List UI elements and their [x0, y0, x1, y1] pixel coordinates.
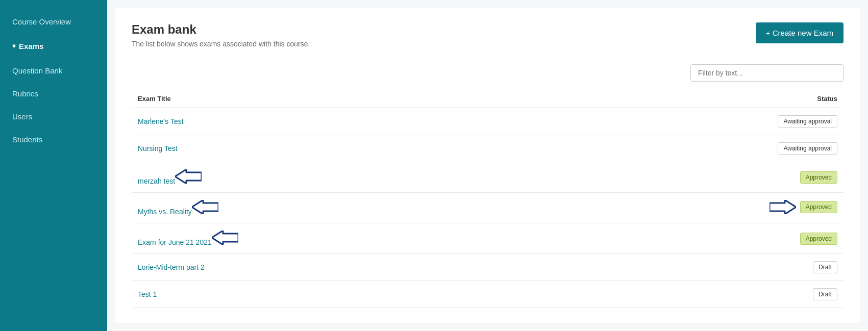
- table-row: Marlene's TestAwaiting approval: [132, 108, 844, 135]
- sidebar-item-users[interactable]: Users: [0, 105, 107, 128]
- arrow-left-icon: [175, 169, 202, 184]
- status-badge-myths-reality: Approved: [800, 201, 837, 213]
- table-header-row: Exam Title Status: [132, 90, 844, 108]
- exam-title-myths-reality[interactable]: Myths vs. Reality: [132, 193, 547, 223]
- status-badge-marlenes-test: Awaiting approval: [778, 115, 837, 128]
- exam-title-lorie-midterm[interactable]: Lorie-Mid-term part 2: [132, 254, 547, 281]
- table-row: Test 1Draft: [132, 281, 844, 308]
- exam-title-test-1[interactable]: Test 1: [132, 281, 547, 308]
- create-exam-button[interactable]: + Create new Exam: [756, 22, 844, 43]
- main-content: Exam bank The list below shows exams ass…: [107, 0, 868, 331]
- status-badge-test-1: Draft: [813, 288, 837, 300]
- svg-marker-1: [192, 200, 218, 214]
- sidebar-item-question-bank[interactable]: Question Bank: [0, 59, 107, 82]
- svg-marker-3: [212, 231, 238, 245]
- status-cell-exam-june-2021: Approved: [547, 223, 844, 254]
- col-status: Status: [547, 90, 844, 108]
- svg-marker-2: [770, 200, 796, 214]
- exam-title-merzah-test[interactable]: merzah test: [132, 162, 547, 193]
- sidebar-item-exams[interactable]: Exams: [0, 33, 107, 59]
- page-header: Exam bank The list below shows exams ass…: [132, 22, 844, 48]
- arrow-left-icon: [192, 200, 218, 214]
- exam-table: Exam Title Status Marlene's TestAwaiting…: [132, 90, 844, 308]
- status-cell-lorie-midterm: Draft: [547, 254, 844, 281]
- status-cell-nursing-test: Awaiting approval: [547, 135, 844, 162]
- table-row: Lorie-Mid-term part 2Draft: [132, 254, 844, 281]
- arrow-left-icon: [212, 231, 238, 245]
- svg-marker-0: [175, 169, 202, 184]
- exam-title-exam-june-2021[interactable]: Exam for June 21 2021: [132, 223, 547, 254]
- table-row: Myths vs. Reality Approved: [132, 193, 844, 223]
- table-row: Nursing TestAwaiting approval: [132, 135, 844, 162]
- filter-row: [132, 64, 844, 82]
- sidebar-item-rubrics[interactable]: Rubrics: [0, 82, 107, 105]
- status-badge-exam-june-2021: Approved: [800, 233, 837, 245]
- col-exam-title: Exam Title: [132, 90, 547, 108]
- status-cell-test-1: Draft: [547, 281, 844, 308]
- status-cell-merzah-test: Approved: [547, 162, 844, 193]
- table-row: merzah test Approved: [132, 162, 844, 193]
- page-title-block: Exam bank The list below shows exams ass…: [132, 22, 310, 48]
- table-row: Exam for June 21 2021 Approved: [132, 223, 844, 254]
- exam-title-nursing-test[interactable]: Nursing Test: [132, 135, 547, 162]
- arrow-right-icon: [770, 200, 796, 214]
- status-badge-merzah-test: Approved: [800, 171, 837, 184]
- sidebar-item-course-overview[interactable]: Course Overview: [0, 10, 107, 33]
- status-badge-lorie-midterm: Draft: [813, 261, 837, 273]
- page-subtitle: The list below shows exams associated wi…: [132, 40, 310, 48]
- sidebar: Course OverviewExamsQuestion BankRubrics…: [0, 0, 107, 331]
- exam-title-marlenes-test[interactable]: Marlene's Test: [132, 108, 547, 135]
- filter-input[interactable]: [690, 64, 844, 82]
- content-area: Exam bank The list below shows exams ass…: [115, 8, 860, 323]
- status-badge-nursing-test: Awaiting approval: [778, 142, 837, 155]
- status-cell-marlenes-test: Awaiting approval: [547, 108, 844, 135]
- status-cell-myths-reality: Approved: [547, 193, 844, 223]
- page-title: Exam bank: [132, 22, 310, 37]
- sidebar-item-students[interactable]: Students: [0, 128, 107, 151]
